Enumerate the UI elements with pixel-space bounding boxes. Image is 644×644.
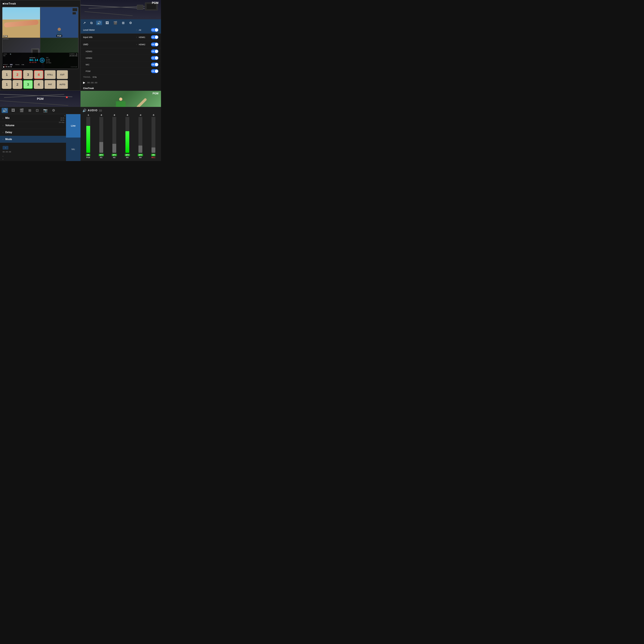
audio-settings-tab-icon[interactable]: 🔊 [96,21,102,25]
trans-ctrl-value: 0.5s [22,64,24,65]
enc-bitrate: [30 mbps] [46,62,51,64]
mic1-btn[interactable]: ON [151,154,156,156]
cut-button[interactable]: CUT [57,70,68,79]
hdmi3-toggle[interactable]: ON [151,49,158,53]
in3-btn[interactable]: AFV [125,154,130,156]
in1-btn[interactable]: AFV [99,154,104,156]
mic-option[interactable]: Mic [66,138,81,161]
pgm-row[interactable]: PGM ON [81,68,161,75]
audio-header-icon: 🔊 [82,109,86,112]
in2-db: -6 [113,114,115,116]
in2-fill [112,144,116,153]
ip-value: [192.168.0.103] [69,55,77,56]
mic-toggle-label: ON [152,64,154,66]
q2-preview: PGM [81,0,161,19]
mic1-db: -5 [152,114,154,116]
input-info-row[interactable]: Input Info › HDMI1 ON [81,34,161,41]
in4-btn[interactable]: AFV [138,154,143,156]
btn-row-2: 1 2 3 4 PAT AUTO [2,80,79,89]
nav-left-arrow[interactable]: ‹ [3,146,8,150]
line-option[interactable]: Line [66,114,81,138]
mode-label: Mode [5,138,71,141]
mic-label: MIC [86,63,151,66]
q3-display-icon[interactable]: ⊞ [27,108,32,113]
cam-btn-2-bot[interactable]: 2 [13,80,22,89]
play-icon-q2[interactable]: ▶ [83,81,85,84]
brand-logo: ■ineTreak [3,2,16,5]
time-main: 04:14 [29,58,38,62]
hdmi4-row[interactable]: HDMI4 ON [81,55,161,61]
effect-label: EFFECT [3,64,9,65]
preview-monitor: PVW PGM 1080P60Hz [2,7,79,69]
hdmi4-toggle[interactable]: ON [151,56,158,60]
enc-label: ENC [46,57,51,59]
q3-audio-settings: PGM 🔊 🖼 🎬 ⊞ ⊡ 📷 ⚙ › Mix [0,91,81,161]
pvw-cell: PVW [2,7,40,38]
q3-image-icon[interactable]: 🖼 [10,108,16,113]
settings-list: Level Meter ‹ All ON Input Info › HDMI1 … [81,26,161,91]
layers-tab-icon[interactable]: ⧉ [89,21,94,25]
q4-preview: PGM [81,91,161,107]
umd-toggle[interactable]: ON [151,43,158,46]
in2-btn[interactable]: AFV [112,154,117,156]
ctrl-row-time: 2023/10/26 04:14 00:00:00 ◎ ENC [H.264] … [3,57,77,64]
q3-audio-icon[interactable]: 🔊 [2,108,8,113]
hdmi4-toggle-label: ON [152,57,154,59]
volume-arrow: › [3,124,3,127]
display-settings-tab-icon[interactable]: ⊞ [121,21,126,25]
cam-btn-1-top[interactable]: 1 [2,70,12,79]
pat-label: PAT [3,55,9,57]
q1-device-control: ■ineTreak PVW [0,0,81,91]
pgm-channel: -1 ON PGM [82,114,94,158]
mic-toggle[interactable]: ON [151,63,158,66]
enc-codec-overlay: E [59,115,65,117]
transition-tab-icon[interactable]: ↗ [82,21,87,25]
in4-channel-label: IN4 [139,157,142,158]
gear-settings-tab-icon[interactable]: ⚙ [128,21,133,25]
mic-row[interactable]: MIC ON [81,61,161,68]
pgm-btn[interactable]: ON [86,154,90,156]
pgm-toggle[interactable]: ON [151,69,158,73]
in1-fill [99,142,103,153]
cam-btn-4-top[interactable]: 4 [34,70,43,79]
cam3-res: 1080P60Hz [3,38,9,39]
input-info-value: HDMI1 [139,36,148,38]
input-info-toggle[interactable]: ON [151,35,158,39]
still-button[interactable]: STILL [44,70,56,79]
in1-meter [99,117,103,153]
hdmi3-row[interactable]: HDMI3 ON [81,48,161,55]
cam-btn-4-bot[interactable]: 4 [34,80,43,89]
logo-label: LOGO [3,53,9,55]
button-rows: 1 2 3 4 STILL CUT 1 2 3 4 PAT AUTO [2,70,79,89]
dial-control[interactable]: ◎ [40,58,45,63]
trans-row: TRANS. 0.5s [81,75,161,80]
level-meter-toggle[interactable]: ON [151,28,158,32]
brand-watermark: CineTreak [71,66,77,68]
cam-btn-3-bot[interactable]: 3 [23,80,33,89]
enc-fps: [60 fps] [46,60,51,62]
monitor-device-1 [72,8,77,11]
umd-row[interactable]: UMD › HDMI2 ON [81,41,161,48]
cam-btn-1-bot[interactable]: 1 [2,80,12,89]
enc-codec: [H.264] [46,59,51,60]
q3-record-icon[interactable]: 🎬 [19,108,25,113]
audio-meter-area: -1 ON PGM -6 AFV IN1 [82,114,159,159]
cam-btn-2-top[interactable]: 2 [13,70,22,79]
q3-screen-icon[interactable]: ⊡ [35,108,40,113]
q2-settings: ↗ ⧉ 🔊 🖼 🎬 ⊞ ⚙ Level Meter ‹ All ON [81,19,161,91]
q2-pgm-label: PGM [152,1,158,5]
cam-btn-3-top[interactable]: 3 [23,70,33,79]
q3-camera-icon[interactable]: 📷 [42,108,48,113]
pgm-cell-label: PGM [56,35,62,37]
q3-gear-icon[interactable]: ⚙ [51,108,56,113]
level-meter-row[interactable]: Level Meter ‹ All ON [81,26,161,34]
q3-menu-container: › Mix ON › Volume [-6 dB] › [0,114,81,161]
level-meter-label: Level Meter [83,29,136,31]
mode-arrow: › [3,138,3,141]
auto-button[interactable]: AUTO [57,80,68,89]
pat-button[interactable]: PAT [44,80,56,89]
q2-brand: CineTreak [81,86,161,91]
image-settings-tab-icon[interactable]: 🖼 [105,21,110,25]
record-settings-tab-icon[interactable]: 🎬 [112,21,118,25]
in1-channel-label: IN1 [100,157,103,158]
